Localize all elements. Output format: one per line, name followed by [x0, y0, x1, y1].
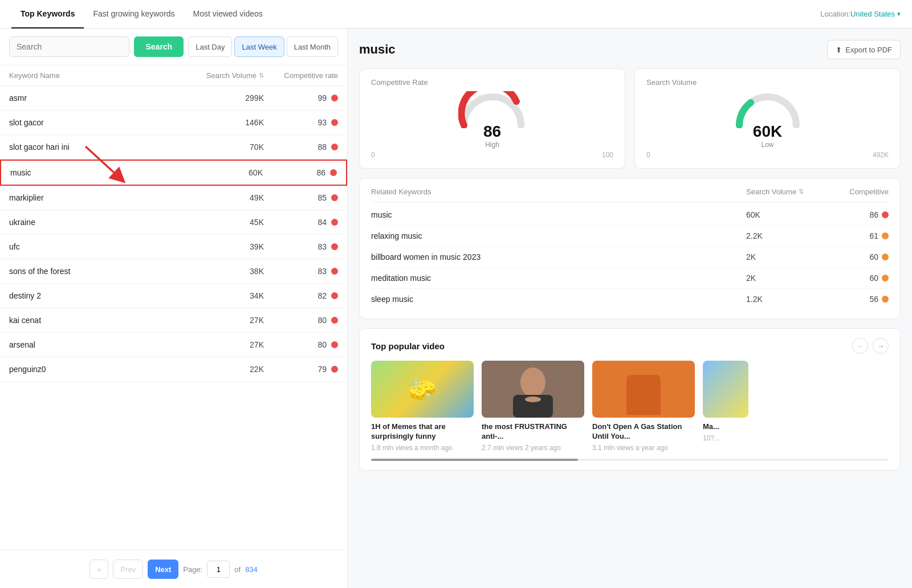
- competitive-dot: [331, 219, 338, 226]
- related-keyword: sleep music: [371, 295, 746, 304]
- competitive-dot: [331, 341, 338, 348]
- chevron-down-icon[interactable]: ▾: [897, 10, 901, 18]
- related-row[interactable]: relaxing music 2.2K 61: [371, 226, 889, 247]
- video-thumbnail: 🧽: [371, 361, 474, 418]
- search-volume-value: 60K: [753, 122, 782, 141]
- table-row[interactable]: kai cenat 27K 80: [0, 308, 347, 333]
- table-row[interactable]: ukraine 45K 84: [0, 210, 347, 235]
- related-col-competitive-header: Competitive: [826, 187, 889, 196]
- table-row[interactable]: slot gacor hari ini 70K 88: [0, 135, 347, 160]
- row-volume: 45K: [190, 218, 264, 227]
- row-keyword: ufc: [9, 242, 190, 251]
- sort-icon[interactable]: ⇅: [259, 72, 264, 79]
- competitive-dot: [331, 144, 338, 150]
- table-row[interactable]: arsenal 27K 80: [0, 333, 347, 357]
- metrics-row: Competitive Rate 86 High 0 100: [359, 68, 901, 169]
- main-layout: Search Last Day Last Week Last Month Key…: [0, 28, 912, 588]
- competitive-dot: [331, 95, 338, 101]
- row-volume: 49K: [190, 193, 264, 202]
- row-keyword: slot gacor hari ini: [9, 142, 190, 152]
- related-keyword: billboard women in music 2023: [371, 252, 746, 262]
- row-volume: 22K: [190, 365, 264, 374]
- related-row[interactable]: meditation music 2K 60: [371, 268, 889, 289]
- table-row[interactable]: sons of the forest 38K 83: [0, 259, 347, 284]
- competitive-rate-labels: 0 100: [371, 151, 613, 159]
- related-dot: [882, 211, 889, 218]
- next-page-button[interactable]: Next: [148, 560, 178, 579]
- tab-fast-growing[interactable]: Fast growing keywords: [84, 0, 184, 28]
- related-dot: [882, 296, 889, 303]
- video-title: the most FRUSTRATING anti-...: [482, 422, 584, 442]
- col-keyword-header: Keyword Name: [9, 71, 190, 80]
- tab-top-keywords[interactable]: Top Keywords: [11, 0, 84, 28]
- page-input[interactable]: [207, 561, 230, 578]
- videos-scrollbar-thumb[interactable]: [371, 459, 578, 461]
- table-row[interactable]: asmr 299K 99: [0, 86, 347, 111]
- right-header: music ⬆ Export to PDF: [359, 40, 901, 59]
- video-meta: 3.1 mln views a year ago: [592, 444, 695, 452]
- row-volume: 34K: [190, 291, 264, 300]
- row-competitive: 85: [264, 193, 338, 202]
- row-volume: 70K: [190, 142, 264, 152]
- search-volume-title: Search Volume: [646, 78, 889, 87]
- search-input[interactable]: [9, 36, 129, 57]
- table-row[interactable]: destiny 2 34K 82: [0, 284, 347, 308]
- search-button[interactable]: Search: [134, 36, 184, 57]
- next-video-button[interactable]: →: [873, 338, 889, 354]
- row-competitive: 88: [264, 142, 338, 152]
- row-keyword: slot gacor: [9, 118, 190, 127]
- col-volume-header: Search Volume ⇅: [190, 71, 264, 80]
- video-item[interactable]: Ma... 10?...: [703, 361, 748, 452]
- first-page-button[interactable]: «: [89, 560, 108, 579]
- competitive-dot: [331, 119, 338, 126]
- related-row[interactable]: music 60K 86: [371, 205, 889, 226]
- row-competitive: 84: [264, 218, 338, 227]
- table-row[interactable]: ufc 39K 83: [0, 235, 347, 259]
- videos-scroll: 🧽 1H of Memes that are surprisingly funn…: [371, 361, 889, 452]
- competitive-rate-gauge: 86 High 0 100: [371, 91, 613, 159]
- competitive-dot: [330, 169, 337, 176]
- related-keyword: meditation music: [371, 273, 746, 283]
- filter-last-day[interactable]: Last Day: [188, 36, 232, 57]
- row-keyword: arsenal: [9, 340, 190, 349]
- competitive-rate-max: 100: [602, 151, 613, 159]
- related-keywords-card: Related Keywords Search Volume ⇅ Competi…: [359, 178, 901, 319]
- table-row-music[interactable]: music 60K 86: [0, 160, 347, 186]
- pagination: « Prev Next Page: of 834: [0, 550, 347, 588]
- related-dot: [882, 232, 889, 239]
- tab-most-viewed[interactable]: Most viewed videos: [184, 0, 272, 28]
- row-competitive: 80: [264, 316, 338, 325]
- filter-last-week[interactable]: Last Week: [234, 36, 284, 57]
- prev-video-button[interactable]: ←: [852, 338, 868, 354]
- search-volume-card: Search Volume 60K Low 0 492K: [634, 68, 901, 169]
- video-item[interactable]: 🧽 1H of Memes that are surprisingly funn…: [371, 361, 474, 452]
- row-keyword: penguinz0: [9, 365, 190, 374]
- video-item[interactable]: Don't Open A Gas Station Until You... 3.…: [592, 361, 695, 452]
- export-pdf-button[interactable]: ⬆ Export to PDF: [827, 40, 901, 59]
- related-row[interactable]: sleep music 1.2K 56: [371, 289, 889, 309]
- row-competitive: 83: [264, 267, 338, 276]
- related-dot: [882, 254, 889, 260]
- filter-last-month[interactable]: Last Month: [287, 36, 338, 57]
- related-volume: 60K: [746, 210, 826, 219]
- nav-arrows: ← →: [852, 338, 889, 354]
- prev-page-button[interactable]: Prev: [113, 560, 143, 579]
- video-item[interactable]: the most FRUSTRATING anti-... 2.7 mln vi…: [482, 361, 584, 452]
- row-keyword: sons of the forest: [9, 267, 190, 276]
- location-value[interactable]: United States: [850, 10, 895, 18]
- related-sort-icon[interactable]: ⇅: [799, 188, 804, 195]
- table-row[interactable]: penguinz0 22K 79: [0, 357, 347, 382]
- video-thumbnail: [482, 361, 584, 418]
- search-volume-labels: 0 492K: [646, 151, 889, 159]
- row-volume: 27K: [190, 340, 264, 349]
- related-keyword: music: [371, 210, 746, 219]
- time-filter: Last Day Last Week Last Month: [188, 36, 338, 57]
- competitive-rate-sub: High: [485, 141, 499, 149]
- competitive-dot: [331, 292, 338, 299]
- search-volume-gauge: 60K Low 0 492K: [646, 91, 889, 159]
- video-meta: 1.8 mln views a month ago: [371, 444, 474, 452]
- table-row[interactable]: slot gacor 146K 93: [0, 111, 347, 135]
- table-row[interactable]: markiplier 49K 85: [0, 186, 347, 210]
- related-row[interactable]: billboard women in music 2023 2K 60: [371, 247, 889, 268]
- row-competitive: 99: [264, 93, 338, 103]
